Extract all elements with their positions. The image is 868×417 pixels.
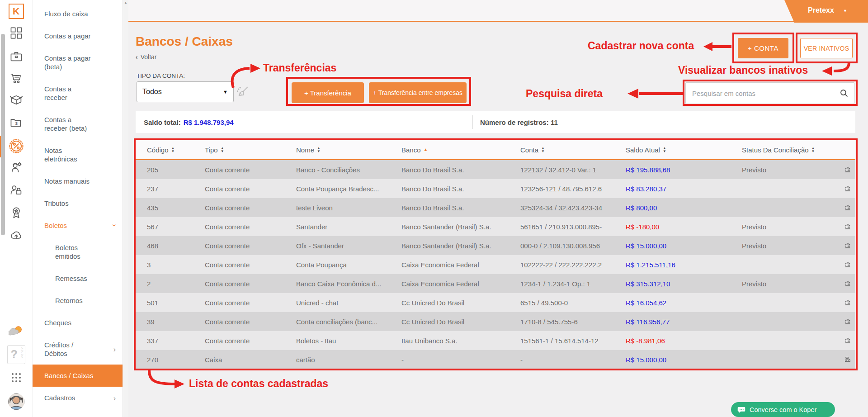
sidebar-scrollbar-thumb[interactable] — [1, 34, 5, 235]
saldo-total-value[interactable]: R$ 1.948.793,94 — [184, 118, 234, 126]
cell-conta: 1234-1 / 1.234-1 Op.: 1 — [520, 280, 626, 288]
cell-codigo: 270 — [147, 356, 205, 364]
bank-icon[interactable] — [844, 203, 851, 213]
sidebar-menu-item[interactable]: Contas a receber — [33, 78, 123, 109]
transfer-button[interactable]: + Transferência — [292, 82, 364, 103]
scroll-up-icon[interactable]: ▲ — [123, 1, 128, 4]
table-row[interactable]: 435 Conta corrente teste Liveon Banco Do… — [136, 198, 855, 217]
table-row[interactable]: 39 Conta corrente Conta conciliações (ba… — [136, 312, 855, 331]
table-row[interactable]: 205 Conta corrente Banco - Conciliações … — [136, 160, 855, 179]
bank-icon[interactable] — [844, 184, 851, 194]
folder-money-icon[interactable]: $ — [9, 116, 23, 129]
cell-saldo: R$ 116.956,77 — [626, 318, 742, 326]
sort-icon: ▲▼ — [317, 147, 321, 153]
sidebar-menu-item[interactable]: Retornos — [33, 289, 123, 312]
col-header-conta[interactable]: Conta▲▼ — [520, 146, 626, 154]
col-header-saldo[interactable]: Saldo Atual▲▼ — [626, 146, 742, 154]
weather-icon[interactable] — [9, 324, 24, 338]
worker-gear-icon[interactable] — [9, 161, 23, 175]
cell-conta: 325324-34 / 32.423.423-34 — [520, 204, 626, 212]
bank-icon[interactable] — [844, 260, 851, 270]
sidebar-menu-item[interactable]: Boletos › — [33, 214, 123, 237]
bank-icon[interactable] — [844, 241, 851, 251]
table-row[interactable]: 237 Conta corrente Conta Poupança Brades… — [136, 179, 855, 198]
registros-count: Número de registros: 11 — [480, 118, 558, 126]
apps-grid-icon[interactable] — [10, 372, 22, 384]
bank-icon[interactable] — [844, 222, 851, 232]
award-icon[interactable] — [9, 206, 23, 220]
briefcase-icon[interactable] — [9, 49, 23, 63]
back-chevron-icon: ‹ — [136, 53, 138, 61]
cell-tipo: Conta corrente — [205, 204, 296, 212]
add-account-button[interactable]: + CONTA — [738, 38, 788, 58]
cell-codigo: 567 — [147, 223, 205, 231]
sidebar-menu-item[interactable]: Cheques — [33, 312, 123, 334]
sidebar-menu-item[interactable]: Cadastros › — [33, 387, 123, 409]
cell-codigo: 468 — [147, 242, 205, 250]
cell-conta: 1710-8 / 545.755-6 — [520, 318, 626, 326]
col-header-codigo[interactable]: Código▲▼ — [147, 146, 205, 154]
search-icon[interactable] — [840, 89, 849, 98]
sort-icon: ▲▼ — [811, 147, 815, 153]
back-link[interactable]: ‹Voltar — [136, 53, 156, 61]
bank-icon[interactable] — [844, 317, 851, 327]
col-header-nome[interactable]: Nome▲▼ — [296, 146, 401, 154]
cart-icon[interactable] — [9, 71, 23, 85]
sidebar-menu-item[interactable]: Notas manuais — [33, 170, 123, 192]
table-row[interactable]: 567 Conta corrente Santander Banco Santa… — [136, 217, 855, 236]
account-menu[interactable]: Pretexx ▼ — [784, 0, 868, 23]
account-type-select[interactable]: Todos ▼ — [137, 81, 234, 102]
table-row[interactable]: 468 Conta corrente Ofx - Santander Banco… — [136, 236, 855, 255]
cell-status: Previsto — [742, 166, 844, 174]
bank-icon[interactable] — [844, 279, 851, 289]
sidebar-menu-item[interactable]: Fluxo de caixa — [33, 3, 123, 25]
sidebar-menu-item[interactable]: Remessas — [33, 267, 123, 289]
sidebar-scrollbar[interactable]: ▲ — [123, 0, 128, 417]
percent-badge-icon[interactable] — [8, 138, 24, 154]
table-row[interactable]: 3 Conta corrente Conta Poupança Caixa Ec… — [136, 255, 855, 274]
sidebar-menu-item[interactable]: Contas a receber (beta) — [33, 109, 123, 139]
box-icon[interactable] — [9, 93, 23, 107]
annotation-direct-search: Pesquisa direta — [526, 88, 603, 100]
search-input[interactable] — [686, 90, 840, 97]
sidebar-menu-item[interactable]: Tributos — [33, 192, 123, 214]
col-header-tipo[interactable]: Tipo▲▼ — [205, 146, 296, 154]
sidebar-menu-item[interactable]: Bancos / Caixas — [33, 365, 123, 387]
bank-icon[interactable] — [844, 336, 851, 346]
sort-icon: ▲▼ — [171, 147, 175, 153]
dashboard-icon[interactable] — [9, 26, 23, 40]
table-row[interactable]: 270 Caixa cartão - - R$ 15.000,00 — [136, 350, 855, 369]
cash-register-icon[interactable] — [844, 355, 851, 365]
user-lock-icon[interactable] — [9, 184, 23, 197]
bank-icon[interactable] — [844, 298, 851, 308]
view-inactive-button[interactable]: VER INATIVOS — [800, 38, 853, 58]
transfer-between-button[interactable]: + Transferência entre empresas — [369, 82, 467, 103]
sidebar-menu-item[interactable]: Contas a pagar — [33, 25, 123, 47]
sort-icon: ▲▼ — [221, 147, 224, 153]
sidebar-menu-item[interactable]: Contas a pagar (beta) — [33, 47, 123, 78]
chat-button[interactable]: Converse com o Koper — [731, 402, 835, 417]
cloud-upload-icon[interactable] — [9, 228, 23, 242]
table-row[interactable]: 2 Conta corrente Banco Caixa Econômica d… — [136, 274, 855, 293]
chevron-icon: › — [110, 224, 119, 226]
table-row[interactable]: 337 Conta corrente Boletos - Itau Itau U… — [136, 331, 855, 350]
bank-icon[interactable] — [844, 165, 851, 175]
cell-saldo: R$ 1.215.511,16 — [626, 261, 742, 269]
cell-codigo: 205 — [147, 166, 205, 174]
clear-filter-broom-icon[interactable] — [236, 85, 250, 100]
sidebar-menu-item[interactable]: Boletos emitidos — [33, 237, 123, 267]
col-header-status[interactable]: Status Da Conciliação▲▼ — [742, 146, 844, 154]
sidebar-item-label: Cadastros — [44, 393, 75, 402]
col-header-banco[interactable]: Banco▲ — [401, 146, 520, 154]
sidebar-menu-item[interactable]: Créditos / Débitos › — [33, 334, 123, 365]
avatar[interactable] — [8, 393, 24, 410]
cell-saldo: R$ 195.888,68 — [626, 166, 742, 174]
annotation-new-account: Cadastrar nova conta — [588, 40, 694, 52]
help-icon[interactable]: ?AJUDA — [7, 345, 25, 364]
table-row[interactable]: 501 Conta corrente Unicred - chat Cc Uni… — [136, 293, 855, 312]
cell-banco: Banco Do Brasil S.a. — [401, 204, 520, 212]
sidebar-menu-item[interactable]: Notas eletrônicas — [33, 139, 123, 170]
app-logo[interactable]: K — [9, 4, 24, 19]
cell-nome: Banco Caixa Econômica d... — [296, 280, 401, 288]
sidebar-item-label: Boletos — [44, 221, 67, 230]
